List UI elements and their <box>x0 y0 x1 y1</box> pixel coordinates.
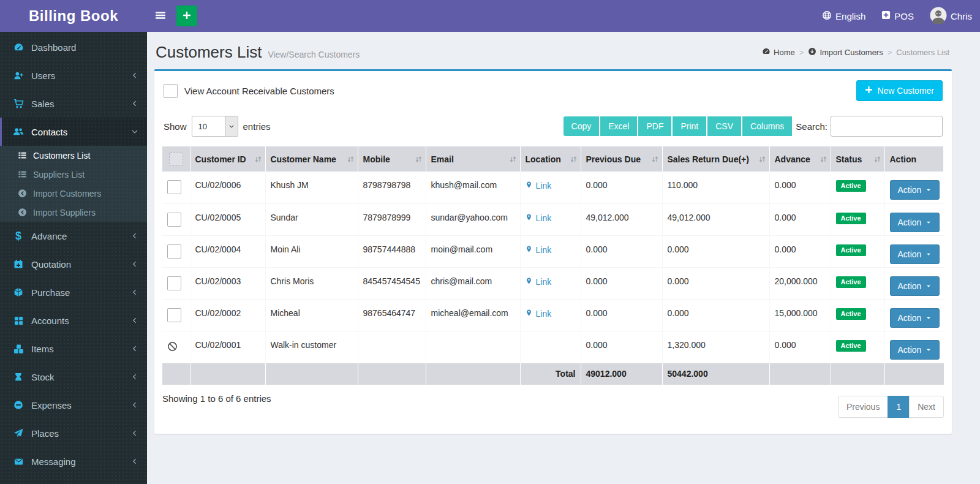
column-header[interactable]: Action <box>884 146 944 172</box>
breadcrumb-import-customers[interactable]: Import Customers <box>808 47 883 58</box>
user-menu[interactable]: Chris <box>922 0 980 32</box>
column-header[interactable]: Mobile <box>358 146 426 172</box>
home-icon <box>762 47 771 58</box>
action-button[interactable]: Action <box>890 340 940 360</box>
sidebar-item-stock[interactable]: Stock <box>0 363 147 391</box>
export-button[interactable]: Print <box>673 116 707 136</box>
sidebar-item-expenses[interactable]: Expenses <box>0 391 147 419</box>
sidebar-toggle-button[interactable] <box>147 0 174 32</box>
quick-add-button[interactable] <box>176 6 197 26</box>
row-checkbox[interactable] <box>167 308 181 322</box>
column-header[interactable]: Customer ID <box>190 146 265 172</box>
main-area: English POS Chris Customers List View/Se… <box>147 0 980 484</box>
export-button[interactable]: PDF <box>638 116 673 136</box>
sales-return-due-cell: 1,320.000 <box>662 331 769 363</box>
location-link[interactable]: Link <box>526 244 552 255</box>
location-link[interactable]: Link <box>526 308 552 319</box>
email-cell <box>426 331 520 363</box>
sidebar-item-import-suppliers[interactable]: Import Suppliers <box>0 203 147 222</box>
sidebar-item-customers-list[interactable]: Customers List <box>0 146 147 165</box>
search-input[interactable] <box>831 116 943 137</box>
sort-icon[interactable] <box>758 155 766 163</box>
action-button[interactable]: Action <box>890 276 940 296</box>
action-button[interactable]: Action <box>890 308 940 328</box>
action-button[interactable]: Action <box>890 180 940 200</box>
location-link[interactable]: Link <box>526 276 552 287</box>
language-menu[interactable]: English <box>814 0 873 32</box>
new-customer-button[interactable]: New Customer <box>856 80 943 101</box>
sidebar-item-places[interactable]: Places <box>0 419 147 447</box>
app-title: Billing Book <box>29 7 118 25</box>
total-sales-return-due: 50442.000 <box>662 363 769 385</box>
select-all-checkbox[interactable] <box>169 152 183 166</box>
customer-name-cell: Chris Moris <box>265 267 358 299</box>
export-button[interactable]: Columns <box>742 116 793 136</box>
app-logo[interactable]: Billing Book <box>0 0 147 32</box>
arrow-circle-left-icon <box>16 189 28 198</box>
action-button[interactable]: Action <box>890 213 940 232</box>
sidebar-item-users[interactable]: Users <box>0 61 147 89</box>
checkbox[interactable] <box>164 84 178 98</box>
pagination-next[interactable]: Next <box>909 396 944 418</box>
breadcrumb-home[interactable]: Home <box>762 47 795 58</box>
sidebar-item-advance[interactable]: $ Advance <box>0 222 147 250</box>
email-cell: moin@mail.com <box>426 235 520 267</box>
total-previous-due: 49012.000 <box>581 363 662 385</box>
location-link[interactable]: Link <box>526 213 552 224</box>
sort-icon[interactable] <box>347 155 355 163</box>
sort-icon[interactable] <box>820 155 827 163</box>
sidebar-item-messaging[interactable]: Messaging <box>0 447 147 475</box>
sidebar: Billing Book Dashboard Users Sales Cont <box>0 0 147 484</box>
caret-down-icon <box>925 185 932 195</box>
customer-name-cell: Moin Ali <box>265 235 358 267</box>
column-header[interactable]: Location <box>520 146 581 172</box>
export-button[interactable]: Copy <box>564 116 601 136</box>
export-button[interactable]: CSV <box>707 116 742 136</box>
pagination-page-1[interactable]: 1 <box>888 396 910 418</box>
sidebar-item-contacts[interactable]: Contacts <box>0 118 147 146</box>
column-header[interactable]: Sales Return Due(+) <box>662 146 769 172</box>
view-ar-customers-checkbox[interactable]: View Account Receivable Customers <box>164 84 334 98</box>
row-checkbox[interactable] <box>167 180 181 194</box>
calendar-plus-icon <box>11 259 26 269</box>
email-cell: chris@mail.com <box>426 267 520 299</box>
row-checkbox[interactable] <box>167 213 181 227</box>
location-link[interactable]: Link <box>526 180 552 191</box>
sidebar-item-sales[interactable]: Sales <box>0 89 147 118</box>
column-header[interactable]: Previous Due <box>581 146 662 172</box>
row-checkbox[interactable] <box>167 244 181 259</box>
sidebar-item-import-customers[interactable]: Import Customers <box>0 184 147 203</box>
column-header[interactable]: Advance <box>769 146 831 172</box>
entries-select[interactable]: 10 <box>192 116 238 137</box>
sidebar-item-quotation[interactable]: Quotation <box>0 250 147 278</box>
caret-down-icon <box>925 281 932 291</box>
pos-button[interactable]: POS <box>873 0 922 32</box>
sort-icon[interactable] <box>254 155 262 163</box>
column-header[interactable] <box>162 146 190 172</box>
advance-cell: 0.000 <box>769 331 831 363</box>
advance-cell: 0.000 <box>769 172 831 203</box>
sidebar-item-items[interactable]: Items <box>0 335 147 363</box>
sort-icon[interactable] <box>651 155 659 163</box>
export-button[interactable]: Excel <box>600 116 638 136</box>
previous-due-cell: 0.000 <box>581 172 662 203</box>
advance-cell: 20,000.000 <box>769 267 831 299</box>
pagination: Previous 1 Next <box>838 396 944 418</box>
sort-icon[interactable] <box>415 155 423 163</box>
sort-icon[interactable] <box>570 155 578 163</box>
pagination-previous[interactable]: Previous <box>838 396 888 418</box>
mobile-cell: 8798798798 <box>358 172 426 203</box>
sidebar-item-accounts[interactable]: Accounts <box>0 306 147 335</box>
show-entries: Show 10 entries <box>164 116 271 137</box>
action-button[interactable]: Action <box>890 244 940 264</box>
column-header[interactable]: Customer Name <box>265 146 358 172</box>
sort-icon[interactable] <box>873 155 881 163</box>
chevron-left-icon <box>131 373 138 380</box>
row-checkbox[interactable] <box>167 276 181 290</box>
sidebar-item-dashboard[interactable]: Dashboard <box>0 33 147 61</box>
column-header[interactable]: Email <box>426 146 520 172</box>
column-header[interactable]: Status <box>831 146 884 172</box>
sidebar-item-suppliers-list[interactable]: Suppliers List <box>0 165 147 184</box>
sidebar-item-purchase[interactable]: Purchase <box>0 278 147 306</box>
sort-icon[interactable] <box>509 155 517 163</box>
